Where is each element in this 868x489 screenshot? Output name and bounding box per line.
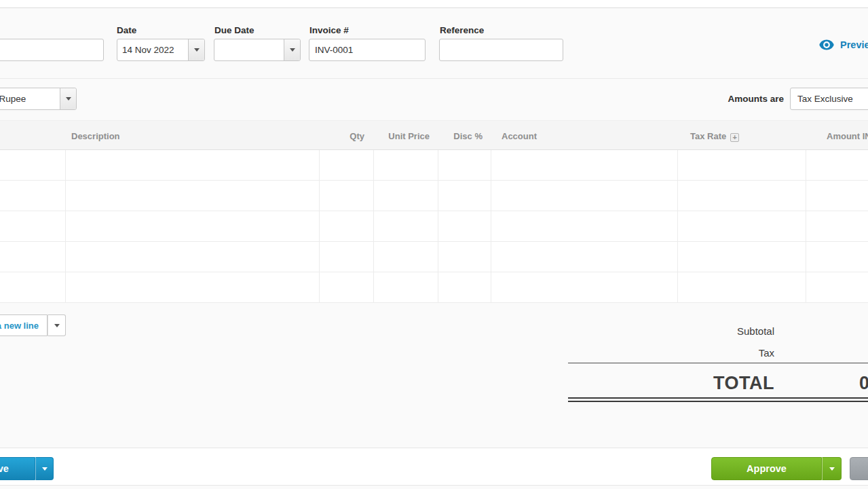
chevron-down-icon: [42, 467, 48, 471]
column-header-amount: Amount INR: [827, 131, 868, 141]
date-picker[interactable]: 14 Nov 2022: [117, 39, 205, 61]
amounts-are-label: Amounts are: [679, 94, 784, 104]
save-button[interactable]: Save: [0, 457, 54, 480]
subtotal-label: Subtotal: [611, 325, 774, 337]
line-items-table: [0, 150, 868, 303]
table-row[interactable]: [0, 181, 868, 211]
column-divider: [65, 150, 66, 303]
currency-value: Indian Rupee: [0, 88, 60, 109]
column-divider: [373, 150, 374, 303]
tax-label: Tax: [611, 347, 774, 359]
column-divider: [438, 150, 438, 303]
column-header-description: Description: [71, 131, 120, 141]
due-date-label: Due Date: [214, 25, 254, 35]
tax-mode-select[interactable]: Tax Exclusive: [790, 88, 868, 110]
table-row[interactable]: [0, 242, 868, 272]
currency-select[interactable]: Indian Rupee: [0, 88, 77, 110]
due-date-picker[interactable]: [214, 39, 301, 61]
column-divider: [491, 150, 491, 303]
approve-button-label: Approve: [711, 457, 822, 480]
column-header-unit-price: Unit Price: [373, 131, 430, 141]
invoice-form-canvas: Date 14 Nov 2022 Due Date Invoice # Refe…: [0, 7, 868, 489]
invoice-number-input[interactable]: [309, 39, 426, 61]
preview-link[interactable]: Preview: [819, 39, 868, 50]
tax-rate-add-icon[interactable]: +: [730, 133, 739, 142]
add-line-button[interactable]: Add a new line: [0, 314, 66, 336]
add-line-dropdown-button[interactable]: [48, 314, 66, 336]
tax-rate-header-text: Tax Rate: [690, 131, 726, 141]
date-label: Date: [117, 25, 136, 35]
total-label: TOTAL: [611, 373, 774, 394]
column-divider: [677, 150, 678, 303]
chevron-down-icon: [290, 48, 295, 52]
save-button-label: Save: [0, 457, 35, 480]
column-divider: [806, 150, 806, 303]
column-header-qty: Qty: [319, 131, 364, 141]
save-dropdown-button[interactable]: [35, 457, 54, 480]
totals-double-line: [568, 401, 868, 402]
contact-input[interactable]: [0, 39, 104, 61]
table-row[interactable]: [0, 150, 868, 181]
table-row[interactable]: [0, 272, 868, 303]
preview-label: Preview: [840, 39, 868, 50]
reference-input[interactable]: [439, 39, 563, 61]
eye-icon: [819, 39, 834, 50]
invoice-number-label: Invoice #: [309, 25, 349, 35]
chevron-down-icon: [66, 97, 71, 101]
approve-dropdown-button[interactable]: [822, 457, 842, 480]
column-header-tax-rate: Tax Rate+: [690, 131, 739, 142]
approve-button[interactable]: Approve: [711, 457, 842, 480]
add-line-label[interactable]: Add a new line: [0, 314, 48, 336]
reference-label: Reference: [440, 25, 484, 35]
totals-divider: [568, 363, 868, 363]
action-bar: Save Approve: [0, 448, 868, 486]
line-items-header: Description Qty Unit Price Disc % Accoun…: [0, 120, 868, 150]
chevron-down-icon: [54, 324, 60, 327]
currency-dropdown-button[interactable]: [60, 88, 76, 109]
invoice-editor: Date 14 Nov 2022 Due Date Invoice # Refe…: [0, 0, 868, 489]
due-date-value: [214, 39, 284, 60]
date-value: 14 Nov 2022: [117, 39, 188, 60]
column-divider: [319, 150, 320, 303]
table-row[interactable]: [0, 211, 868, 242]
date-dropdown-button[interactable]: [188, 39, 204, 60]
secondary-button[interactable]: [850, 457, 868, 480]
chevron-down-icon: [829, 467, 835, 471]
totals-double-line: [568, 397, 868, 399]
chevron-down-icon: [194, 48, 200, 52]
total-value: 0.00: [859, 373, 868, 394]
column-header-account: Account: [502, 131, 537, 141]
header-divider: [0, 78, 868, 79]
tax-mode-value: Tax Exclusive: [791, 88, 868, 109]
due-date-dropdown-button[interactable]: [284, 39, 300, 60]
column-header-disc: Disc %: [438, 131, 483, 141]
